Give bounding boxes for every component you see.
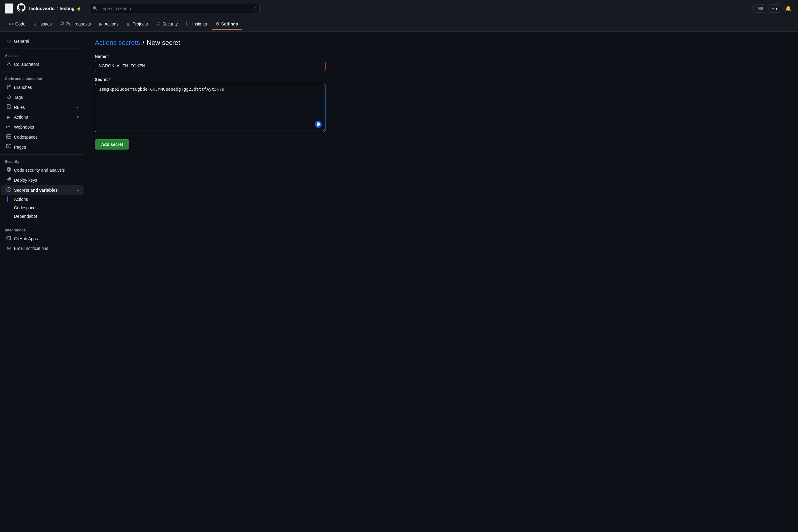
pr-icon: [60, 21, 65, 26]
name-input[interactable]: [95, 61, 326, 71]
hamburger-button[interactable]: ☰: [5, 3, 13, 14]
breadcrumb-link[interactable]: Actions secrets: [95, 39, 140, 47]
branch-icon: [6, 84, 12, 90]
nav-security-label: Security: [162, 21, 178, 26]
nav-actions-label: Actions: [105, 21, 119, 26]
breadcrumb-separator: /: [56, 6, 58, 11]
nav-settings[interactable]: ⚙ Settings: [212, 19, 242, 30]
sidebar-branches-label: Branches: [14, 85, 32, 90]
terminal-button[interactable]: ⌨: [754, 4, 766, 13]
nav-projects[interactable]: ⊞ Projects: [123, 19, 151, 30]
issues-icon: ⊙: [34, 21, 38, 26]
projects-icon: ⊞: [127, 21, 131, 26]
sidebar-github-apps-label: GitHub Apps: [14, 236, 38, 241]
sidebar-item-actions[interactable]: ▶ Actions ▾: [1, 112, 84, 122]
sidebar-webhooks-label: Webhooks: [14, 125, 34, 130]
sidebar-actions-label: Actions: [14, 115, 28, 119]
breadcrumb-separator: /: [142, 39, 144, 47]
sidebar-code-security-label: Code security and analysis: [14, 168, 65, 173]
security-icon: 🛡: [157, 21, 161, 26]
github-logo: [17, 3, 25, 14]
secrets-icon: [6, 187, 12, 193]
sidebar-item-general[interactable]: ⚙ General: [1, 36, 84, 46]
secret-form-group: Secret *: [95, 77, 367, 133]
sidebar-rules-label: Rules: [14, 105, 25, 110]
sidebar-sub-codespaces-label: Codespaces: [14, 205, 38, 210]
secret-required: *: [109, 77, 110, 82]
sidebar-item-tags[interactable]: Tags: [1, 92, 84, 102]
sidebar-sub-item-actions[interactable]: Actions: [1, 195, 84, 204]
secrets-chevron-up-icon: ▴: [77, 188, 79, 192]
sidebar-collaborators-label: Collaborators: [14, 62, 39, 67]
sidebar-item-email-notifications[interactable]: ✉ Email notifications: [1, 244, 84, 253]
name-required: *: [108, 54, 109, 59]
notifications-button[interactable]: 🔔: [783, 4, 793, 13]
search-input[interactable]: [90, 4, 260, 13]
pages-icon: [6, 144, 12, 150]
sidebar-divider-1: [1, 49, 84, 49]
lock-icon: 🔒: [76, 6, 81, 11]
repo-breadcrumb: laoluoworld / testing 🔒: [29, 6, 81, 11]
sidebar-divider-4: [1, 223, 84, 223]
person-icon: [6, 61, 12, 67]
sidebar-item-code-security[interactable]: Code security and analysis: [1, 165, 84, 175]
key-icon: [6, 177, 12, 183]
apps-icon: [6, 236, 12, 242]
terminal-icon: ⌨: [757, 6, 763, 11]
name-form-group: Name *: [95, 54, 367, 71]
sidebar-section-integrations: Integrations: [0, 226, 85, 233]
sidebar-sub-item-codespaces[interactable]: Codespaces: [1, 204, 84, 212]
sidebar-tags-label: Tags: [14, 95, 23, 100]
sidebar-item-branches[interactable]: Branches: [1, 82, 84, 92]
chevron-down-icon: ▾: [776, 6, 778, 11]
nav-security[interactable]: 🛡 Security: [153, 19, 182, 30]
nav-issues[interactable]: ⊙ Issues: [30, 19, 55, 30]
sidebar-item-webhooks[interactable]: Webhooks: [1, 122, 84, 132]
repo-owner[interactable]: laoluoworld: [29, 6, 55, 11]
sidebar-secrets-variables-label: Secrets and variables: [14, 188, 58, 193]
insights-icon: [186, 21, 191, 26]
repo-nav: <> Code ⊙ Issues Pull requests ▶ Actions…: [0, 17, 798, 32]
secret-textarea[interactable]: [95, 84, 326, 132]
actions-chevron-icon: ▾: [77, 115, 79, 119]
rules-chevron-icon: ▾: [77, 105, 79, 110]
main-layout: ⚙ General Access Collaborators Code and …: [0, 32, 798, 532]
sidebar-deploy-keys-label: Deploy keys: [14, 178, 37, 183]
sidebar-item-pages[interactable]: Pages: [1, 142, 84, 152]
sidebar-item-collaborators[interactable]: Collaborators: [1, 59, 84, 69]
shield-lock-icon: [6, 167, 12, 173]
secret-label: Secret *: [95, 77, 367, 82]
repo-name[interactable]: testing: [59, 6, 74, 11]
sidebar-sub-actions-label: Actions: [14, 197, 28, 202]
main-content: Actions secrets / New secret Name * Secr…: [85, 32, 377, 532]
nav-pr-label: Pull requests: [66, 21, 91, 26]
nav-insights[interactable]: Insights: [182, 18, 211, 30]
topbar: ☰ laoluoworld / testing 🔒 🔍 / ⌨ + ▾ 🔔: [0, 0, 798, 17]
add-secret-button[interactable]: Add secret: [95, 139, 129, 150]
sidebar-item-secrets-variables[interactable]: Secrets and variables ▴: [1, 185, 84, 195]
email-icon: ✉: [6, 246, 12, 251]
sidebar-item-github-apps[interactable]: GitHub Apps: [1, 233, 84, 244]
name-label: Name *: [95, 54, 367, 59]
actions-sidebar-icon: ▶: [6, 114, 12, 120]
sidebar-sub-item-dependabot[interactable]: Dependabot: [1, 212, 84, 221]
sidebar-general-label: General: [14, 39, 29, 44]
sidebar-item-codespaces[interactable]: Codespaces: [1, 132, 84, 142]
settings-sidebar: ⚙ General Access Collaborators Code and …: [0, 32, 85, 532]
bell-icon: 🔔: [785, 5, 791, 11]
nav-pull-requests[interactable]: Pull requests: [56, 18, 94, 30]
topbar-action-buttons: ⌨ + ▾ 🔔: [754, 4, 793, 13]
textarea-wrapper: [95, 84, 326, 133]
codespaces-icon: [6, 134, 12, 140]
nav-insights-label: Insights: [192, 21, 207, 26]
nav-issues-label: Issues: [39, 21, 52, 26]
bitwarden-icon: [314, 121, 322, 130]
sidebar-codespaces-label: Codespaces: [14, 135, 38, 139]
sidebar-divider-3: [1, 154, 84, 155]
new-button[interactable]: + ▾: [768, 4, 781, 13]
search-shortcut: /: [253, 6, 257, 11]
sidebar-item-rules[interactable]: Rules ▾: [1, 102, 84, 112]
sidebar-item-deploy-keys[interactable]: Deploy keys: [1, 175, 84, 185]
nav-code[interactable]: <> Code: [5, 19, 29, 30]
nav-actions[interactable]: ▶ Actions: [96, 19, 122, 30]
